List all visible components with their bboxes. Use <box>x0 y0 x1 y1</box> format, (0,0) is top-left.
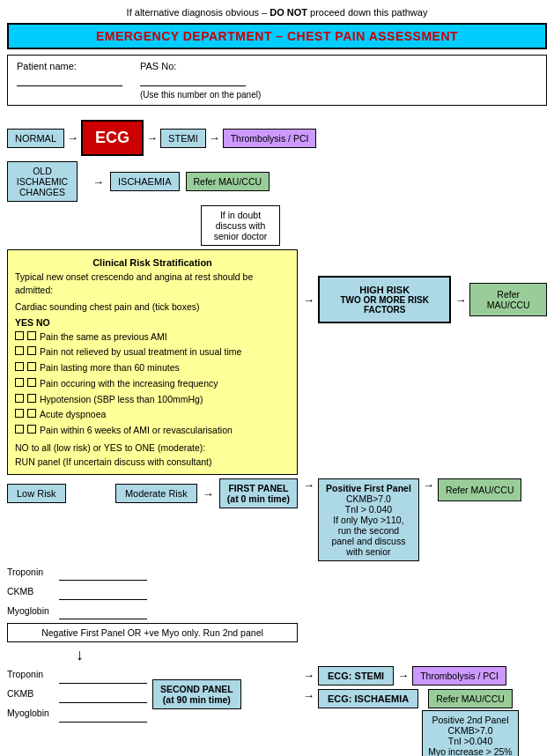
arrow-ecg-stemi: → <box>146 131 158 145</box>
clinical-risk-box: Clinical Risk Stratification Typical new… <box>7 249 298 475</box>
risk-item: Pain the same as previous AMI <box>15 330 290 345</box>
high-risk-refer-box: Refer MAU/CCU <box>469 283 547 316</box>
arrow-to-high-risk: → <box>303 293 314 307</box>
risk-item-text-1: Pain the same as previous AMI <box>40 330 167 345</box>
yes-no-label: YES NO <box>15 316 290 330</box>
clinical-risk-title: Clinical Risk Stratification <box>15 256 290 271</box>
refer-mau-2-box: Refer MAU/CCU <box>438 478 522 501</box>
refer-mau-3-box: Refer MAU/CCU <box>428 689 513 708</box>
risk-item-text-3: Pain lasting more than 60 minutes <box>40 361 180 375</box>
checkbox-2a[interactable] <box>15 346 24 355</box>
title-bar: EMERGENCY DEPARTMENT – CHEST PAIN ASSESS… <box>7 23 547 49</box>
pos-first-line5: panel and discuss <box>326 536 411 546</box>
risk-item: Pain lasting more than 60 minutes <box>15 361 290 375</box>
pos-first-line4: run the second <box>326 525 411 536</box>
checkbox-5b[interactable] <box>27 394 36 403</box>
checkbox-1b[interactable] <box>27 331 36 340</box>
arrow-ecg-stemi2-thrombolysis: → <box>397 669 409 682</box>
arrow-to-ecg-ischaemia2: → <box>303 689 314 702</box>
patient-name-label: Patient name: <box>17 61 77 71</box>
checkbox-7a[interactable] <box>15 425 24 434</box>
arrow-to-ecg-stemi2: → <box>303 669 314 682</box>
arrow-ecg-ischaemia: → <box>92 175 104 189</box>
lab-values-2: Troponin CKMB Myoglobin <box>7 666 147 723</box>
checkbox-7b[interactable] <box>27 425 36 434</box>
clinical-risk-subtitle: Typical new onset crescendo and angina a… <box>15 271 290 299</box>
ecg-stemi2-box: ECG: STEMI <box>318 666 394 686</box>
high-risk-box: HIGH RISK TWO OR MORE RISK FACTORS <box>318 276 451 323</box>
risk-items-list: Pain the same as previous AMI Pain not r… <box>15 330 290 438</box>
risk-item: Acute dyspnoea <box>15 408 290 422</box>
positive-second-box: Positive 2nd Panel CKMB>7.0 TnI >0.040 M… <box>422 710 518 756</box>
patient-bar: Patient name: PAS No: (Use this number o… <box>7 55 547 106</box>
arrow-stemi-thrombolysis: → <box>209 131 220 145</box>
clinical-risk-footer1: NO to all (low risk) or YES to ONE (mode… <box>15 441 290 456</box>
risk-item: Pain within 6 weeks of AMI or revascular… <box>15 424 290 438</box>
ecg-ischaemia2-box: ECG: ISCHAEMIA <box>318 689 418 708</box>
moderate-risk-box: Moderate Risk <box>115 484 197 503</box>
low-risk-box: Low Risk <box>7 484 66 503</box>
top-note: If alternative diagnosis obvious – DO NO… <box>7 7 547 18</box>
pos-2nd-line3: TnI >0.040 <box>428 736 512 746</box>
arrow-moderate-first-panel: → <box>203 487 214 500</box>
risk-item-text-4: Pain occuring with the increasing freque… <box>40 377 218 391</box>
risk-item: Hypotension (SBP less than 100mmHg) <box>15 393 290 407</box>
clinical-risk-intro: Cardiac sounding chest pain and (tick bo… <box>15 300 290 315</box>
risk-item-text-5: Hypotension (SBP less than 100mmHg) <box>40 393 203 407</box>
pos-2nd-line4: Myo increase > 25% <box>428 746 512 756</box>
arrow-normal-ecg: → <box>67 131 78 145</box>
pos-2nd-line2: CKMB>7.0 <box>428 725 512 736</box>
second-panel-box: SECOND PANEL (at 90 min time) <box>152 679 241 709</box>
risk-item: Pain occuring with the increasing freque… <box>15 377 290 391</box>
checkbox-6a[interactable] <box>15 409 24 418</box>
checkbox-4b[interactable] <box>27 378 36 387</box>
pos-first-title: Positive First Panel <box>326 483 411 493</box>
checkbox-2b[interactable] <box>27 346 36 355</box>
ecg-box: ECG <box>81 120 144 156</box>
thrombolysis-box: Thrombolysis / PCI <box>223 129 317 148</box>
stemi-box: STEMI <box>160 129 206 148</box>
arrow-pos-first-refer: → <box>423 478 434 492</box>
pos-2nd-line1: Positive 2nd Panel <box>428 715 512 725</box>
checkbox-3b[interactable] <box>27 362 36 371</box>
risk-item-text-7: Pain within 6 weeks of AMI or revascular… <box>40 424 233 438</box>
risk-item: Pain not relieved by usual treatment in … <box>15 345 290 359</box>
arrow-down-2nd: ↓ <box>76 646 84 663</box>
checkbox-5a[interactable] <box>15 394 24 403</box>
pos-first-line1: CKMB>7.0 <box>326 493 411 504</box>
pos-first-line2: TnI > 0.040 <box>326 504 411 515</box>
pos-first-line6: with senior <box>326 546 411 557</box>
checkbox-6b[interactable] <box>27 409 36 418</box>
clinical-risk-footer2: RUN panel (If uncertain discuss with con… <box>15 456 290 470</box>
arrow-to-pos-first: → <box>303 478 314 492</box>
ischaemia-box: ISCHAEMIA <box>110 172 180 191</box>
thrombolysis2-box: Thrombolysis / PCI <box>412 666 506 686</box>
checkbox-4a[interactable] <box>15 378 24 387</box>
risk-item-text-2: Pain not relieved by usual treatment in … <box>40 345 241 359</box>
checkbox-3a[interactable] <box>15 362 24 371</box>
pas-label: PAS No: <box>140 61 176 71</box>
pas-note: (Use this number on the panel) <box>140 90 261 100</box>
risk-item-text-6: Acute dyspnoea <box>40 408 106 422</box>
old-changes-box: OLD ISCHAEMIC CHANGES <box>7 161 78 202</box>
negative-panel-box: Negative First Panel OR +ve Myo only. Ru… <box>7 623 298 642</box>
senior-doctor-box: If in doubt discuss with senior doctor <box>201 205 280 246</box>
lab-values-1: Troponin CKMB Myoglobin <box>7 563 183 619</box>
checkbox-1a[interactable] <box>15 331 24 340</box>
first-panel-box: FIRST PANEL (at 0 min time) <box>219 478 298 508</box>
pos-first-line3: If only Myo >110, <box>326 515 411 525</box>
arrow-high-risk-refer: → <box>454 293 466 307</box>
refer-mau-1-box: Refer MAU/CCU <box>186 172 270 191</box>
positive-first-panel-box: Positive First Panel CKMB>7.0 TnI > 0.04… <box>318 478 419 561</box>
normal-box: NORMAL <box>7 129 64 148</box>
